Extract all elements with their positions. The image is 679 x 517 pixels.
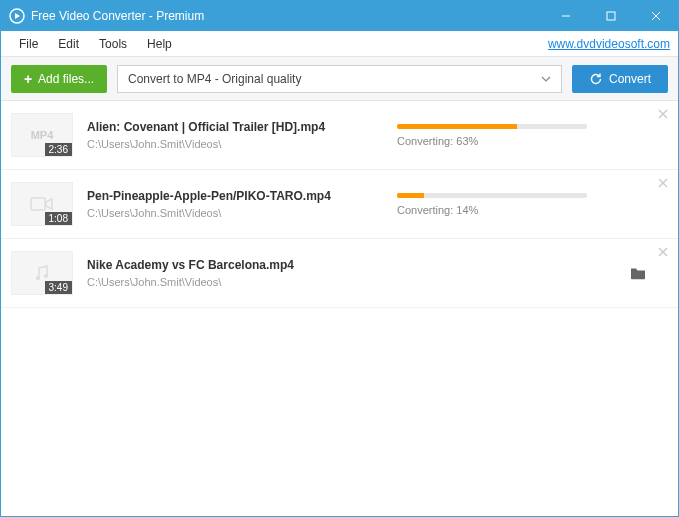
toolbar: + Add files... Convert to MP4 - Original… (1, 57, 678, 101)
titlebar: Free Video Converter - Premium (1, 1, 678, 31)
window-title: Free Video Converter - Premium (31, 9, 543, 23)
duration-badge: 2:36 (45, 143, 72, 156)
svg-rect-2 (607, 12, 615, 20)
file-info: Nike Academy vs FC Barcelona.mp4 C:\User… (87, 258, 397, 288)
convert-label: Convert (609, 72, 651, 86)
file-path: C:\Users\John.Smit\Videos\ (87, 276, 397, 288)
video-icon (30, 195, 54, 213)
menu-help[interactable]: Help (137, 37, 182, 51)
convert-button[interactable]: Convert (572, 65, 668, 93)
minimize-button[interactable] (543, 1, 588, 31)
svg-point-11 (44, 274, 48, 278)
progress-area: Converting: 14% (397, 193, 664, 216)
file-list: MP4 2:36 Alien: Covenant | Official Trai… (1, 101, 678, 308)
menu-edit[interactable]: Edit (48, 37, 89, 51)
file-name: Nike Academy vs FC Barcelona.mp4 (87, 258, 397, 272)
site-link[interactable]: www.dvdvideosoft.com (548, 37, 670, 51)
format-selected-label: Convert to MP4 - Original quality (128, 72, 301, 86)
add-files-button[interactable]: + Add files... (11, 65, 107, 93)
remove-row-button[interactable] (658, 247, 668, 257)
app-icon (9, 8, 25, 24)
window-controls (543, 1, 678, 31)
remove-row-button[interactable] (658, 109, 668, 119)
menu-file[interactable]: File (9, 37, 48, 51)
add-files-label: Add files... (38, 72, 94, 86)
file-row: 1:08 Pen-Pineapple-Apple-Pen/PIKO-TARO.m… (1, 170, 678, 239)
duration-badge: 1:08 (45, 212, 72, 225)
close-button[interactable] (633, 1, 678, 31)
file-path: C:\Users\John.Smit\Videos\ (87, 207, 397, 219)
file-info: Alien: Covenant | Official Trailer [HD].… (87, 120, 397, 150)
file-name: Alien: Covenant | Official Trailer [HD].… (87, 120, 397, 134)
svg-point-10 (36, 276, 40, 280)
progress-area: Converting: 63% (397, 124, 664, 147)
svg-rect-7 (31, 198, 45, 210)
progress-label: Converting: 14% (397, 204, 628, 216)
chevron-down-icon (541, 76, 551, 82)
duration-badge: 3:49 (45, 281, 72, 294)
file-row: MP4 2:36 Alien: Covenant | Official Trai… (1, 101, 678, 170)
maximize-button[interactable] (588, 1, 633, 31)
progress-bar (397, 124, 587, 129)
file-row: 3:49 Nike Academy vs FC Barcelona.mp4 C:… (1, 239, 678, 308)
progress-fill (397, 124, 517, 129)
menu-tools[interactable]: Tools (89, 37, 137, 51)
plus-icon: + (24, 71, 32, 87)
thumbnail: MP4 2:36 (11, 113, 73, 157)
file-info: Pen-Pineapple-Apple-Pen/PIKO-TARO.mp4 C:… (87, 189, 397, 219)
thumbnail: 1:08 (11, 182, 73, 226)
progress-fill (397, 193, 424, 198)
thumb-label: MP4 (31, 129, 54, 141)
refresh-icon (589, 72, 603, 86)
menubar: File Edit Tools Help www.dvdvideosoft.co… (1, 31, 678, 57)
remove-row-button[interactable] (658, 178, 668, 188)
open-folder-button[interactable] (630, 267, 646, 280)
format-select[interactable]: Convert to MP4 - Original quality (117, 65, 562, 93)
progress-label: Converting: 63% (397, 135, 628, 147)
file-path: C:\Users\John.Smit\Videos\ (87, 138, 397, 150)
progress-bar (397, 193, 587, 198)
music-icon (32, 263, 52, 283)
file-name: Pen-Pineapple-Apple-Pen/PIKO-TARO.mp4 (87, 189, 397, 203)
thumbnail: 3:49 (11, 251, 73, 295)
